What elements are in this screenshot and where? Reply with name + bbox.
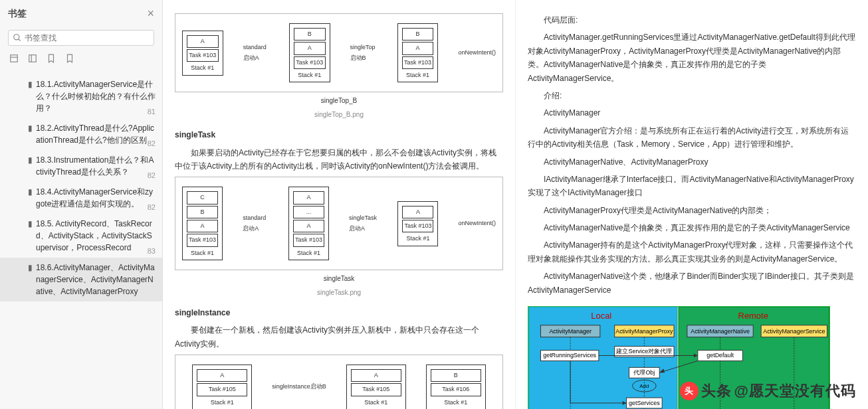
sidebar-title: 书签 bbox=[8, 8, 27, 20]
svg-text:ActivityManagerProxy: ActivityManagerProxy bbox=[615, 328, 673, 335]
svg-rect-2 bbox=[11, 55, 18, 62]
diagram-singleinstance: ATask #105Stack #1 singleInstance启动B ATa… bbox=[175, 355, 503, 409]
bullet-icon: ▮ bbox=[28, 219, 33, 228]
bullet-icon: ▮ bbox=[28, 187, 33, 197]
paragraph: 如果要启动的Activity已经存在于它想要归属的栈中，那么不会创建该Activ… bbox=[175, 146, 503, 173]
caption: singleTask.png bbox=[175, 287, 503, 298]
svg-text:getDefault: getDefault bbox=[706, 353, 734, 359]
svg-text:代理Obj: 代理Obj bbox=[633, 369, 655, 376]
bullet-icon: ▮ bbox=[28, 263, 33, 272]
document-content: ATask #103Stack #1 standard启动A BATask #1… bbox=[163, 0, 868, 409]
list-item[interactable]: ▮18.6.ActivityManager、ActivityManagerSer… bbox=[0, 258, 162, 301]
svg-rect-4 bbox=[29, 55, 37, 62]
bookmarks-sidebar: 书签 × ▮18.1.ActivityManagerService是什么？什么时… bbox=[0, 0, 163, 409]
svg-text:ActivityManager: ActivityManager bbox=[549, 328, 591, 335]
page-right: 代码层面: ActivityManager.getRunningServices… bbox=[516, 0, 868, 409]
list-item[interactable]: ▮18.2.ActivityThread是什么?ApplicationThrea… bbox=[0, 118, 162, 150]
list-item[interactable]: ▮18.4.ActivityManagerService和zygote进程通信是… bbox=[0, 182, 162, 214]
bullet-icon: ▮ bbox=[28, 80, 33, 89]
svg-point-0 bbox=[14, 35, 19, 40]
page-left: ATask #103Stack #1 standard启动A BATask #1… bbox=[163, 0, 516, 409]
svg-text:ActivityManagerNative: ActivityManagerNative bbox=[691, 328, 750, 335]
paragraph: 要创建在一个新栈，然后创建该Activity实例并压入新栈中，新栈中只会存在这一… bbox=[175, 323, 503, 351]
list-item[interactable]: ▮18.3.Instrumentation是什么？和ActivityThread… bbox=[0, 150, 162, 182]
section-heading: singleTask bbox=[175, 128, 503, 141]
collapse-icon[interactable] bbox=[28, 54, 37, 65]
search-input-wrapper[interactable] bbox=[8, 30, 154, 46]
svg-text:ActivityManagerService: ActivityManagerService bbox=[763, 328, 825, 335]
sidebar-toolbar bbox=[0, 51, 162, 72]
bullet-icon: ▮ bbox=[28, 123, 33, 133]
svg-line-1 bbox=[19, 39, 21, 41]
expand-icon[interactable] bbox=[9, 54, 19, 65]
list-item[interactable]: ▮18.1.ActivityManagerService是什么？什么时候初始化的… bbox=[0, 74, 162, 118]
toutiao-logo-icon: 头 bbox=[680, 382, 699, 400]
svg-text:getServices: getServices bbox=[629, 400, 660, 406]
svg-text:Local: Local bbox=[591, 311, 611, 321]
diagram-singletask: CBATask #103Stack #1 standard启动A A...ATa… bbox=[175, 177, 503, 270]
bookmark-list: ▮18.1.ActivityManagerService是什么？什么时候初始化的… bbox=[0, 72, 162, 409]
list-item[interactable]: ▮18.5. ActivityRecord、TaskRecord、Activit… bbox=[0, 214, 162, 258]
close-icon[interactable]: × bbox=[147, 7, 154, 21]
search-icon bbox=[13, 33, 22, 42]
svg-text:Add: Add bbox=[639, 383, 649, 389]
svg-text:建立Service对象代理: 建立Service对象代理 bbox=[615, 349, 672, 355]
bookmark-icon[interactable] bbox=[47, 54, 56, 65]
bullet-icon: ▮ bbox=[28, 155, 33, 165]
svg-text:getRunningServices: getRunningServices bbox=[543, 353, 596, 359]
caption: singleTop_B.png bbox=[175, 109, 503, 120]
search-input[interactable] bbox=[25, 33, 150, 42]
diagram-singletop: ATask #103Stack #1 standard启动A BATask #1… bbox=[175, 13, 503, 92]
svg-text:Remote: Remote bbox=[738, 311, 768, 321]
watermark: 头 头条 @愿天堂没有代码 bbox=[680, 381, 856, 401]
section-heading: singleInstance bbox=[175, 306, 503, 319]
bookmark-outline-icon[interactable] bbox=[65, 54, 74, 65]
